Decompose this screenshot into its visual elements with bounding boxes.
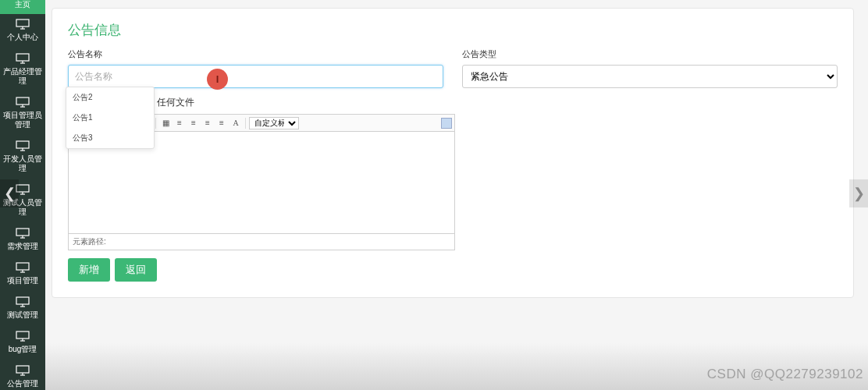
form-row: 公告名称 公告类型 紧急公告	[68, 48, 838, 88]
file-hint-text: 任何文件	[157, 96, 838, 109]
svg-rect-0	[16, 20, 29, 27]
svg-rect-27	[16, 366, 29, 373]
sidebar-item-requirement[interactable]: 需求管理	[0, 223, 45, 257]
monitor-icon	[15, 19, 30, 30]
custom-style-select[interactable]: 自定义标题	[249, 117, 299, 129]
sidebar-item-label: 项目管理员管理	[0, 111, 45, 129]
monitor-icon	[15, 365, 30, 376]
autocomplete-dropdown: 公告2 公告1 公告3	[66, 87, 155, 149]
sidebar-item-test[interactable]: 测试管理	[0, 292, 45, 326]
sidebar-item-label: 项目管理	[7, 276, 38, 285]
monitor-icon	[15, 53, 30, 64]
sidebar-item-notice[interactable]: 公告管理	[0, 360, 45, 390]
sidebar-item-label: 公告管理	[7, 379, 38, 388]
monitor-icon	[15, 296, 30, 307]
svg-rect-24	[16, 332, 29, 339]
sidebar-item-label: 测试管理	[7, 310, 38, 320]
editor-element-path: 元素路径:	[69, 233, 454, 250]
align-left-icon[interactable]: ≡	[173, 117, 186, 129]
sidebar-item-developer[interactable]: 开发人员管理	[0, 136, 45, 179]
sidebar-item-label: bug管理	[9, 345, 37, 354]
notice-type-select[interactable]: 紧急公告	[462, 65, 838, 88]
sidebar-item-label: 需求管理	[7, 242, 38, 251]
sidebar-item-label: 开发人员管理	[0, 154, 45, 173]
notice-name-label: 公告名称	[68, 48, 443, 60]
monitor-icon	[15, 262, 30, 273]
add-button[interactable]: 新增	[68, 258, 110, 282]
notice-name-field: 公告名称	[68, 48, 443, 88]
notice-type-field: 公告类型 紧急公告	[462, 48, 838, 88]
autocomplete-item[interactable]: 公告3	[66, 128, 154, 148]
align-justify-icon[interactable]: ≡	[215, 117, 228, 129]
monitor-icon	[15, 140, 30, 151]
svg-rect-15	[16, 229, 29, 236]
watermark-text: CSDN @QQ2279239102	[707, 367, 863, 382]
svg-rect-9	[16, 141, 29, 148]
svg-rect-21	[16, 297, 29, 304]
autocomplete-item[interactable]: 公告1	[66, 108, 154, 128]
monitor-icon	[15, 331, 30, 342]
main-content: 公告信息 公告名称 公告类型 紧急公告 任何文件 字号 段落格式 ▦ ≡ ≡	[45, 8, 860, 382]
carousel-prev-arrow[interactable]: ❮	[0, 179, 19, 207]
monitor-icon	[15, 228, 30, 239]
autocomplete-item[interactable]: 公告2	[66, 87, 154, 108]
align-center-icon[interactable]: ≡	[187, 117, 200, 129]
sidebar-item-home[interactable]: 主页	[0, 0, 45, 14]
font-color-icon[interactable]: A	[229, 117, 242, 129]
card-title: 公告信息	[68, 21, 838, 39]
notice-name-input[interactable]	[68, 65, 443, 88]
svg-rect-18	[16, 263, 29, 270]
separator	[155, 118, 156, 129]
monitor-icon	[15, 97, 30, 108]
toolbar-toggle-icon[interactable]	[441, 118, 452, 129]
align-right-icon[interactable]: ≡	[201, 117, 214, 129]
form-actions: 新增 返回	[68, 258, 838, 282]
notice-type-label: 公告类型	[462, 48, 838, 60]
sidebar-item-bug[interactable]: bug管理	[0, 326, 45, 360]
back-button[interactable]: 返回	[115, 258, 157, 282]
sidebar-item-profile[interactable]: 个人中心	[0, 14, 45, 48]
notice-form-card: 公告信息 公告名称 公告类型 紧急公告 任何文件 字号 段落格式 ▦ ≡ ≡	[52, 8, 854, 298]
svg-rect-6	[16, 98, 29, 105]
svg-rect-3	[16, 54, 29, 61]
sidebar-item-label: 主页	[15, 0, 30, 9]
cursor-marker-icon: I	[207, 69, 228, 90]
table-icon[interactable]: ▦	[159, 117, 172, 129]
sidebar-item-project-admin[interactable]: 项目管理员管理	[0, 92, 45, 136]
sidebar-item-label: 个人中心	[7, 33, 38, 42]
carousel-next-arrow[interactable]: ❯	[849, 179, 868, 207]
sidebar-item-project[interactable]: 项目管理	[0, 257, 45, 292]
sidebar-item-product-manager[interactable]: 产品经理管理	[0, 48, 45, 92]
separator	[245, 118, 246, 129]
sidebar-item-label: 产品经理管理	[0, 67, 45, 86]
